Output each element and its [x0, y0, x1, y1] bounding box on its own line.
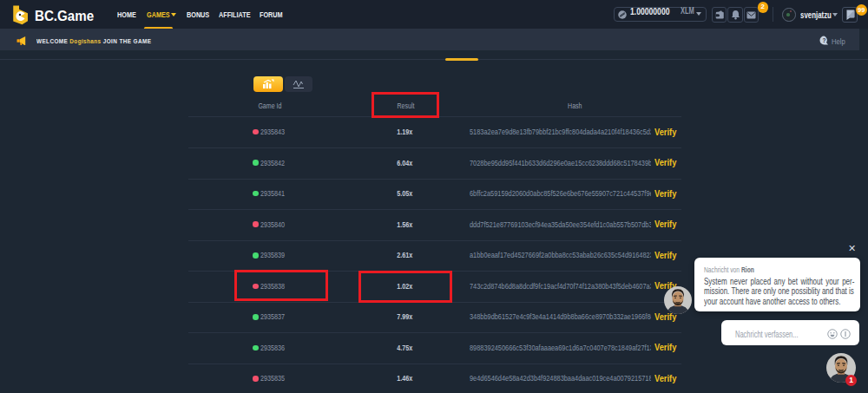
- svg-text:?: ?: [823, 37, 826, 43]
